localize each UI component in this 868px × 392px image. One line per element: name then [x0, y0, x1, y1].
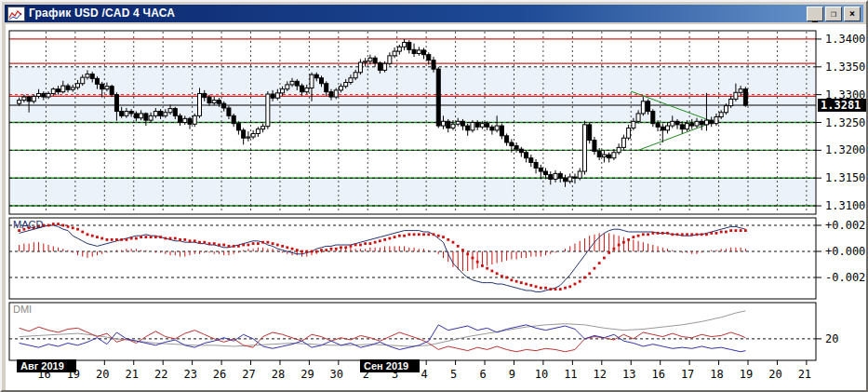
signal-dot [57, 223, 60, 225]
signal-dot [281, 245, 284, 248]
candle-body [154, 112, 157, 116]
signal-dot [144, 236, 147, 238]
signal-dot [111, 238, 114, 241]
candle-body [422, 50, 426, 55]
candle-body [110, 87, 114, 95]
candle-body [105, 87, 109, 89]
macd-tick-label: -0.002 [825, 271, 865, 284]
signal-dot [169, 237, 172, 240]
price-tick-label: 1.3150 [825, 171, 865, 184]
candle-body [564, 178, 568, 182]
signal-dot [228, 245, 231, 248]
dmi-panel: 20DMI [9, 303, 838, 360]
maximize-button[interactable]: ❐ [825, 7, 842, 21]
candle-body [442, 121, 446, 126]
signal-dot [315, 250, 318, 253]
candle-body [710, 120, 714, 124]
signal-dot [350, 245, 353, 248]
candle-body [173, 109, 177, 116]
candle-body [179, 115, 182, 122]
day-label: 9 [509, 368, 515, 381]
signal-dot [690, 233, 693, 236]
macd-plot-area[interactable] [9, 218, 816, 299]
signal-dot [568, 285, 571, 288]
signal-dot [135, 237, 138, 240]
day-label: 26 [213, 368, 226, 381]
candle-body [621, 138, 625, 147]
candle-body [364, 61, 367, 62]
candle-body [558, 173, 562, 178]
day-label: 18 [710, 368, 723, 381]
candle-body [203, 93, 207, 97]
app-chart-icon [7, 7, 25, 21]
day-label: 17 [681, 368, 694, 381]
candle-body [490, 127, 494, 130]
candle-body [305, 88, 309, 91]
candle-body [71, 88, 74, 89]
candle-body [140, 114, 143, 118]
candle-body [76, 84, 80, 88]
signal-dot [544, 287, 547, 290]
signal-dot [126, 238, 128, 241]
candle-body [168, 109, 172, 113]
signal-dot [222, 244, 225, 247]
signal-dot [535, 285, 538, 288]
candle-body [61, 86, 65, 92]
candle-body [529, 158, 533, 163]
candle-body [129, 112, 133, 114]
signal-dot [588, 272, 591, 275]
candle-body [593, 141, 596, 152]
signal-dot [120, 238, 123, 241]
candle-body [602, 155, 606, 156]
signal-dot [452, 241, 455, 244]
dmi-plot-area[interactable] [9, 303, 816, 360]
candle-body [378, 63, 381, 71]
signal-dot [720, 231, 723, 234]
macd-panel-label: MACD [13, 219, 43, 230]
candle-body [461, 121, 464, 126]
candle-body [666, 126, 670, 130]
signal-dot [340, 246, 342, 249]
candle-body [475, 123, 479, 128]
day-label: 23 [183, 368, 196, 381]
candle-body [729, 99, 733, 105]
signal-dot [369, 242, 372, 245]
candle-body [549, 175, 553, 180]
title-bar[interactable]: График USD /CAD 4 ЧАСА _ ❐ × [5, 5, 863, 22]
candle-body [261, 127, 265, 129]
candle-body [680, 125, 684, 129]
candle-body [471, 123, 474, 130]
signal-dot [47, 224, 50, 227]
candle-body [310, 74, 314, 88]
signal-dot [320, 249, 323, 251]
signal-dot [637, 235, 640, 237]
close-button[interactable]: × [844, 7, 861, 21]
candle-body [227, 108, 231, 115]
minimize-button[interactable]: _ [807, 7, 823, 21]
signal-dot [247, 244, 250, 247]
day-label: 13 [622, 368, 635, 381]
candle-body [290, 81, 294, 85]
signal-dot [106, 238, 109, 241]
macd-tick-label: +0.000 [825, 245, 865, 258]
candle-body [534, 162, 538, 168]
signal-dot [729, 229, 732, 232]
signal-dot [150, 236, 153, 238]
signal-dot [525, 283, 527, 286]
signal-dot [87, 233, 89, 236]
signal-dot [379, 239, 381, 242]
signal-dot [394, 236, 396, 238]
signal-dot [715, 232, 718, 235]
candle-body [514, 146, 518, 150]
signal-dot [140, 236, 142, 238]
signal-dot [476, 261, 479, 264]
signal-dot [67, 225, 70, 228]
signal-dot [472, 257, 474, 260]
candle-body [417, 50, 421, 54]
candle-body [232, 115, 235, 123]
signal-dot [447, 238, 449, 241]
signal-dot [130, 237, 133, 240]
signal-dot [276, 244, 279, 247]
chart-canvas[interactable]: 1.34001.33501.33001.32501.32001.31501.31… [6, 24, 866, 390]
signal-dot [242, 244, 245, 247]
